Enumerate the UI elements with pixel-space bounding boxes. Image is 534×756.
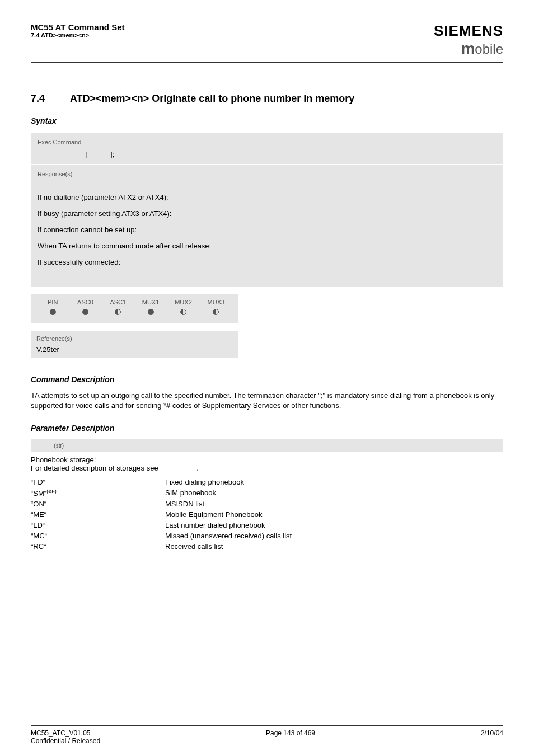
mux-h-mux1: MUX1 xyxy=(134,299,167,309)
mux-box: PIN ASC0 ASC1 MUX1 MUX2 MUX3 xyxy=(31,294,238,323)
bracket-close: ]; xyxy=(110,150,114,158)
dot-full-icon xyxy=(50,309,56,315)
mux-v-asc1 xyxy=(102,309,134,320)
value-row: “ME“ Mobile Equipment Phonebook xyxy=(31,510,503,519)
brand-sub: mobile xyxy=(434,40,503,58)
value-key: “RC“ xyxy=(31,542,165,551)
mux-value-row xyxy=(36,309,232,320)
response-label: Response(s) xyxy=(38,171,496,177)
mux-v-pin xyxy=(36,309,69,320)
value-key: “FD“ xyxy=(31,478,165,486)
page-header: MC55 AT Command Set 7.4 ATD><mem><n> SIE… xyxy=(31,22,503,63)
resp-line-3: If connection cannot be set up: xyxy=(38,226,496,234)
value-key: “ME“ xyxy=(31,510,165,519)
footer-date: 2/10/04 xyxy=(481,729,503,745)
value-desc: Received calls list xyxy=(165,542,503,551)
mux-v-mux2 xyxy=(167,309,199,320)
syntax-label: Syntax xyxy=(31,116,503,125)
value-key: “SM“(&F) xyxy=(31,489,165,497)
mux-h-mux2: MUX2 xyxy=(167,299,199,309)
page-footer: MC55_ATC_V01.05 Confidential / Released … xyxy=(31,725,503,745)
value-row: “ON“ MSISDN list xyxy=(31,500,503,508)
exec-content: [ ]; xyxy=(38,150,496,158)
section-title: ATD><mem><n> Originate call to phone num… xyxy=(70,93,354,104)
command-description-heading: Command Description xyxy=(31,375,503,384)
section-number: 7.4 xyxy=(31,93,45,105)
brand-m: m xyxy=(461,40,475,57)
value-row: “RC“ Received calls list xyxy=(31,542,503,551)
ref-value: V.25ter xyxy=(36,345,232,354)
exec-label: Exec Command xyxy=(38,139,496,145)
storage-line-2b: . xyxy=(196,464,199,472)
dot-full-icon xyxy=(82,309,88,315)
mux-v-asc0 xyxy=(69,309,101,320)
doc-subtitle: 7.4 ATD><mem><n> xyxy=(31,32,125,39)
exec-command-box: Exec Command [ ]; xyxy=(31,133,503,164)
reference-box: Reference(s) V.25ter xyxy=(31,331,238,358)
footer-version: MC55_ATC_V01.05 xyxy=(31,729,91,737)
param-type-box: (str) xyxy=(31,439,503,452)
dot-half-icon xyxy=(213,309,219,315)
mux-v-mux3 xyxy=(200,309,232,320)
mux-v-mux1 xyxy=(134,309,167,320)
resp-line-5: If successfully connected: xyxy=(38,258,496,266)
value-desc: Mobile Equipment Phonebook xyxy=(165,510,503,519)
resp-line-2: If busy (parameter setting ATX3 or ATX4)… xyxy=(38,209,496,218)
storage-line-2a: For detailed description of storages see xyxy=(31,464,160,472)
footer-left: MC55_ATC_V01.05 Confidential / Released xyxy=(31,729,100,745)
value-desc: Last number dialed phonebook xyxy=(165,521,503,529)
footer-confidential: Confidential / Released xyxy=(31,737,100,745)
header-right: SIEMENS mobile xyxy=(434,22,503,58)
dot-half-icon xyxy=(115,309,121,315)
dot-full-icon xyxy=(148,309,154,315)
value-desc: SIM phonebook xyxy=(165,489,503,497)
mux-header-row: PIN ASC0 ASC1 MUX1 MUX2 MUX3 xyxy=(36,299,232,309)
value-row: “FD“ Fixed dialing phonebook xyxy=(31,478,503,486)
mux-h-asc1: ASC1 xyxy=(102,299,134,309)
parameter-description-heading: Parameter Description xyxy=(31,424,503,433)
value-key: “ON“ xyxy=(31,500,165,508)
doc-title: MC55 AT Command Set xyxy=(31,22,125,32)
brand-rest: obile xyxy=(475,41,503,57)
response-box: Response(s) If no dialtone (parameter AT… xyxy=(31,165,503,287)
value-list: “FD“ Fixed dialing phonebook “SM“(&F) SI… xyxy=(31,478,503,551)
value-desc: Fixed dialing phonebook xyxy=(165,478,503,486)
resp-line-4: When TA returns to command mode after ca… xyxy=(38,242,496,250)
footer-page: Page 143 of 469 xyxy=(266,729,315,745)
mux-h-mux3: MUX3 xyxy=(200,299,232,309)
value-key-text: “SM“ xyxy=(31,489,46,497)
mux-h-asc0: ASC0 xyxy=(69,299,101,309)
value-key: “LD“ xyxy=(31,521,165,529)
storage-line-1: Phonebook storage: xyxy=(31,456,96,464)
storage-description: Phonebook storage: For detailed descript… xyxy=(31,456,503,472)
value-desc: MSISDN list xyxy=(165,500,503,508)
value-row: “LD“ Last number dialed phonebook xyxy=(31,521,503,529)
value-row: “MC“ Missed (unanswered received) calls … xyxy=(31,532,503,540)
response-content: If no dialtone (parameter ATX2 or ATX4):… xyxy=(38,182,496,266)
mux-h-pin: PIN xyxy=(36,299,69,309)
ref-label: Reference(s) xyxy=(36,335,232,342)
resp-line-1: If no dialtone (parameter ATX2 or ATX4): xyxy=(38,193,496,201)
brand-logo: SIEMENS xyxy=(434,22,503,40)
command-description-text: TA attempts to set up an outgoing call t… xyxy=(31,391,503,410)
value-sup: (&F) xyxy=(46,489,57,494)
value-desc: Missed (unanswered received) calls list xyxy=(165,532,503,540)
bracket-open: [ xyxy=(86,150,88,158)
dot-half-icon xyxy=(180,309,186,315)
header-left: MC55 AT Command Set 7.4 ATD><mem><n> xyxy=(31,22,125,39)
section-heading: 7.4 ATD><mem><n> Originate call to phone… xyxy=(31,86,503,106)
mux-table: PIN ASC0 ASC1 MUX1 MUX2 MUX3 xyxy=(36,299,232,320)
value-row: “SM“(&F) SIM phonebook xyxy=(31,489,503,497)
value-key: “MC“ xyxy=(31,532,165,540)
param-str: (str) xyxy=(54,443,64,449)
